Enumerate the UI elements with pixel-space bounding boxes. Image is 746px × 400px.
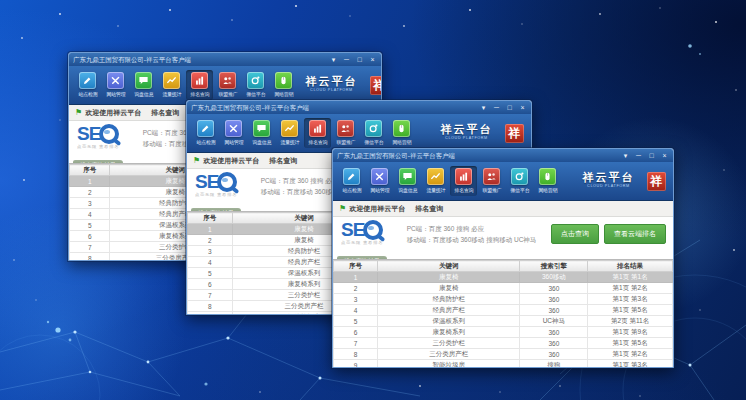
table-row[interactable]: 8三分类房产栏360第1页 第2名 [334, 349, 673, 360]
people-icon [337, 120, 354, 137]
toolbar-item-traffic[interactable]: 流量统计 [276, 118, 303, 148]
close-button[interactable]: × [368, 55, 377, 65]
close-button[interactable]: × [518, 103, 527, 113]
column-header[interactable]: 搜索引擎 [520, 261, 588, 272]
table-cell: 5 [334, 316, 378, 327]
flag-icon: ⚑ [75, 109, 82, 117]
toolbar-item-label: 网络营销 [538, 187, 557, 194]
toolbar-item-traffic[interactable]: 流量统计 [158, 70, 185, 100]
engine-list: PC端：百度 360 搜狗 必应 移动端：百度移动 360移动 搜狗移动 UC神… [407, 223, 537, 246]
toolbar-item-site-manage[interactable]: 网站管理 [220, 118, 247, 148]
table-cell: 三分类房产栏 [378, 349, 520, 360]
table-cell: 第1页 第9名 [588, 327, 673, 338]
table-cell: 5 [70, 220, 110, 231]
toolbar-item-marketing[interactable]: 网络营销 [270, 70, 297, 100]
toolbar-item-marketing[interactable]: 网络营销 [388, 118, 415, 148]
people-icon [219, 72, 236, 89]
table-row[interactable]: 3经典防护栏360第1页 第3名 [334, 294, 673, 305]
toolbar-item-inquiry[interactable]: 询盘信息 [130, 70, 157, 100]
flag-icon: ⚑ [339, 205, 346, 213]
brand-name: 祥云平台 [432, 124, 501, 136]
table-row[interactable]: 1康复椅360移动第1页 第1名 [334, 272, 673, 283]
seo-logo-letters: SE [77, 124, 100, 143]
brand-subtitle: CLOUD PLATFORM [445, 136, 488, 140]
table-cell: 第1页 第5名 [588, 338, 673, 349]
table-row[interactable]: 6康复椅系列360第1页 第9名 [334, 327, 673, 338]
toolbar-item-label: 流量统计 [162, 91, 181, 98]
column-header[interactable]: 序号 [188, 213, 233, 224]
column-header[interactable]: 排名结果 [588, 261, 673, 272]
maximize-button[interactable]: □ [647, 151, 656, 161]
toolbar-item-site-manage[interactable]: 网站管理 [366, 166, 393, 196]
brand-text: 祥云平台 CLOUD PLATFORM [574, 172, 643, 190]
toolbar-item-label: 联盟推广 [482, 187, 501, 194]
table-row[interactable]: 9智能垃圾房搜狗第1页 第3名 [334, 360, 673, 368]
toolbar-item-site-check[interactable]: 站点检测 [74, 70, 101, 100]
close-button[interactable]: × [660, 151, 669, 161]
maximize-button[interactable]: □ [355, 55, 364, 65]
column-header[interactable]: 序号 [334, 261, 378, 272]
titlebar[interactable]: 广东九鼎王国贸有限公司-祥云平台客户端 ▾ ─ □ × [69, 53, 381, 66]
toolbar: 站点检测网站管理询盘信息流量统计排名查询联盟推广微信平台网络营销 祥云平台 CL… [333, 162, 673, 201]
table-cell: 第1页 第5名 [588, 305, 673, 316]
chat-icon [399, 168, 416, 185]
pencil-icon [343, 168, 360, 185]
toolbar-item-wechat[interactable]: 微信平台 [360, 118, 387, 148]
cloud-rank-button[interactable]: 查看云端排名 [604, 224, 666, 244]
toolbar-item-ranking[interactable]: 排名查询 [304, 118, 331, 148]
toolbar-item-ranking[interactable]: 排名查询 [186, 70, 213, 100]
query-button[interactable]: 点击查询 [551, 224, 599, 244]
skin-button[interactable]: ▾ [621, 151, 630, 161]
skin-button[interactable]: ▾ [329, 55, 338, 65]
toolbar-item-inquiry[interactable]: 询盘信息 [394, 166, 421, 196]
toolbar-item-inquiry[interactable]: 询盘信息 [248, 118, 275, 148]
titlebar[interactable]: 广东九鼎王国贸有限公司-祥云平台客户端 ▾ ─ □ × [333, 149, 673, 162]
magnifier-icon [217, 172, 237, 192]
minimize-button[interactable]: ─ [342, 55, 351, 65]
table-row[interactable]: 5保温板系列UC神马第2页 第11名 [334, 316, 673, 327]
toolbar-item-marketing[interactable]: 网络营销 [534, 166, 561, 196]
table-row[interactable]: 7三分类护栏360第1页 第5名 [334, 338, 673, 349]
titlebar[interactable]: 广东九鼎王国贸有限公司-祥云平台客户端 ▾ ─ □ × [187, 101, 531, 114]
tools-icon [225, 120, 242, 137]
toolbar-item-label: 网站管理 [370, 187, 389, 194]
window-title: 广东九鼎王国贸有限公司-祥云平台客户端 [73, 55, 191, 64]
maximize-button[interactable]: □ [505, 103, 514, 113]
table-cell: 7 [334, 338, 378, 349]
column-header[interactable]: 关键词 [378, 261, 520, 272]
table-cell: 8 [70, 253, 110, 261]
toolbar-item-ranking[interactable]: 排名查询 [450, 166, 477, 196]
table-cell: 6 [334, 327, 378, 338]
toolbar-items: 站点检测网站管理询盘信息流量统计排名查询联盟推广微信平台网络营销 [74, 70, 297, 100]
toolbar-item-traffic[interactable]: 流量统计 [422, 166, 449, 196]
table-cell: 2 [70, 187, 110, 198]
skin-button[interactable]: ▾ [479, 103, 488, 113]
toolbar-item-alliance[interactable]: 联盟推广 [332, 118, 359, 148]
toolbar-item-wechat[interactable]: 微信平台 [506, 166, 533, 196]
target-icon [247, 72, 264, 89]
toolbar-item-label: 流量统计 [426, 187, 445, 194]
toolbar-item-wechat[interactable]: 微信平台 [242, 70, 269, 100]
window-controls: ▾ ─ □ × [479, 103, 527, 113]
seo-tagline: 点亮无限 查看排名 [77, 144, 119, 150]
brand-logo-icon: 祥 [505, 124, 524, 143]
toolbar-item-site-check[interactable]: 站点检测 [192, 118, 219, 148]
table-row[interactable]: 4经典房产栏360第1页 第5名 [334, 305, 673, 316]
line-chart-icon [163, 72, 180, 89]
toolbar-item-label: 联盟推广 [336, 139, 355, 146]
pencil-icon [197, 120, 214, 137]
chat-icon [135, 72, 152, 89]
toolbar-item-site-check[interactable]: 站点检测 [338, 166, 365, 196]
table-cell: 第1页 第2名 [588, 283, 673, 294]
table-cell: 三分类护栏 [378, 338, 520, 349]
table-cell: 4 [334, 305, 378, 316]
toolbar-item-alliance[interactable]: 联盟推广 [214, 70, 241, 100]
table-row[interactable]: 2康复椅360第1页 第2名 [334, 283, 673, 294]
toolbar-item-label: 微信平台 [510, 187, 529, 194]
column-header[interactable]: 序号 [70, 165, 110, 176]
toolbar-item-site-manage[interactable]: 网站管理 [102, 70, 129, 100]
minimize-button[interactable]: ─ [492, 103, 501, 113]
minimize-button[interactable]: ─ [634, 151, 643, 161]
toolbar-item-alliance[interactable]: 联盟推广 [478, 166, 505, 196]
seo-logo: SE 点亮无限 查看排名 [341, 220, 400, 249]
